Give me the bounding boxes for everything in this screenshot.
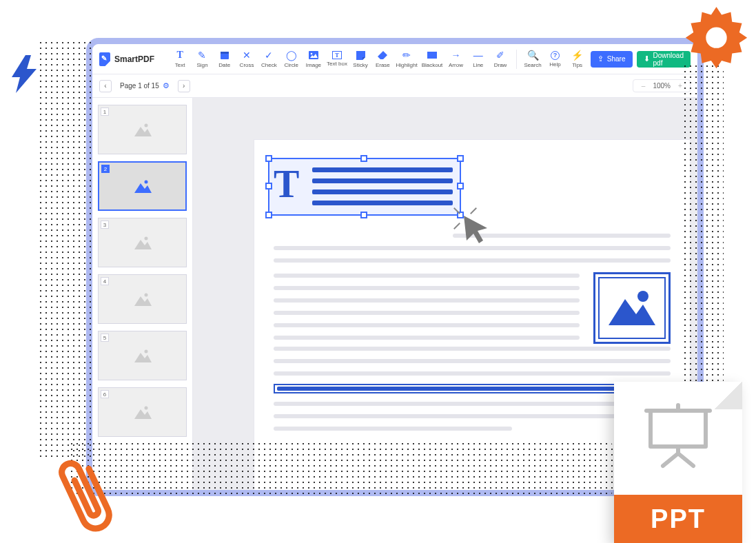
arrow-icon: → — [450, 50, 461, 61]
tool-circle[interactable]: ◯Circle — [283, 50, 300, 68]
resize-handle[interactable] — [265, 212, 272, 218]
textbox-icon: T — [332, 51, 342, 59]
brand-logo-icon — [99, 52, 110, 66]
thumbnail-3[interactable]: 3 — [98, 218, 187, 267]
calendar-icon — [219, 50, 230, 61]
tool-line[interactable]: —Line — [469, 50, 487, 68]
download-button[interactable]: ⬇Download pdf — [637, 51, 691, 68]
svg-rect-5 — [427, 52, 437, 59]
thumbnail-4[interactable]: 4 — [98, 274, 187, 324]
decorative-dots-right — [682, 63, 724, 408]
tool-highlight[interactable]: ✏Highlight — [396, 50, 417, 68]
resize-handle[interactable] — [457, 155, 464, 162]
tool-image[interactable]: Image — [305, 50, 323, 68]
tool-blackout[interactable]: Blackout — [422, 50, 443, 68]
tool-arrow[interactable]: →Arrow — [447, 50, 464, 68]
thumbnail-2[interactable]: 2 — [98, 161, 187, 211]
toolbar-separator — [516, 50, 517, 69]
ppt-file-icon: PPT — [614, 382, 742, 543]
resize-handle[interactable] — [265, 183, 272, 189]
resize-handle[interactable] — [360, 155, 367, 162]
help-icon: ? — [551, 51, 560, 60]
app-window: SmartPDF TText ✎Sign Date ✕Cross ✓Check … — [86, 38, 704, 496]
svg-marker-12 — [134, 296, 152, 306]
text-selection-box[interactable]: T — [268, 158, 461, 216]
ppt-label: PPT — [614, 495, 742, 543]
pager: ‹ Page 1 of 15 ⚙ › — [99, 80, 190, 92]
line-selection[interactable] — [274, 384, 671, 393]
tool-search[interactable]: 🔍Search — [524, 50, 542, 68]
tool-tips[interactable]: ⚡Tips — [569, 50, 586, 68]
resize-handle[interactable] — [360, 212, 367, 218]
tool-sticky[interactable]: Sticky — [351, 50, 369, 68]
svg-point-13 — [144, 294, 147, 297]
share-icon: ⇪ — [597, 54, 604, 63]
svg-marker-8 — [134, 183, 152, 193]
share-button[interactable]: ⇪Share — [591, 51, 633, 68]
svg-point-11 — [144, 237, 147, 240]
page-indicator: Page 1 of 15 — [120, 82, 159, 90]
text-icon: T — [174, 50, 185, 61]
tool-sign[interactable]: ✎Sign — [193, 50, 211, 68]
tool-cross[interactable]: ✕Cross — [238, 50, 256, 68]
svg-marker-16 — [134, 409, 152, 419]
svg-rect-20 — [651, 411, 706, 447]
svg-marker-14 — [134, 353, 152, 362]
draw-icon: ✐ — [495, 50, 506, 61]
svg-point-17 — [144, 407, 147, 410]
decorative-dots-bottom — [69, 441, 613, 496]
svg-marker-6 — [134, 127, 152, 136]
cursor-icon — [461, 214, 493, 246]
tool-date[interactable]: Date — [216, 50, 234, 68]
search-icon: 🔍 — [527, 50, 538, 61]
erase-icon — [377, 50, 388, 61]
blackout-icon — [427, 50, 438, 61]
svg-point-7 — [144, 124, 147, 127]
svg-rect-2 — [221, 52, 229, 54]
subtoolbar: ‹ Page 1 of 15 ⚙ › – 100% + — [92, 74, 697, 98]
thumbnail-6[interactable]: 6 — [98, 387, 187, 437]
sign-icon: ✎ — [196, 50, 207, 61]
svg-point-0 — [706, 27, 726, 48]
svg-line-24 — [663, 453, 678, 466]
svg-rect-3 — [309, 51, 318, 59]
svg-line-25 — [678, 453, 693, 466]
resize-handle[interactable] — [265, 155, 272, 162]
page-settings-icon[interactable]: ⚙ — [163, 81, 170, 90]
cross-icon: ✕ — [241, 50, 252, 61]
image-icon — [308, 50, 319, 61]
download-icon: ⬇ — [644, 54, 650, 63]
tool-draw[interactable]: ✐Draw — [491, 50, 509, 68]
svg-point-9 — [144, 181, 147, 184]
bolt-icon — [10, 55, 38, 93]
thumbnail-1[interactable]: 1 — [98, 105, 187, 154]
check-icon: ✓ — [263, 50, 274, 61]
page-next-button[interactable]: › — [178, 80, 190, 92]
brand-name: SmartPDF — [114, 54, 154, 64]
thumbnail-sidebar: 1 2 3 4 5 6 — [92, 98, 193, 490]
page-prev-button[interactable]: ‹ — [99, 80, 112, 92]
resize-handle[interactable] — [457, 183, 464, 189]
toolbar: SmartPDF TText ✎Sign Date ✕Cross ✓Check … — [92, 44, 697, 74]
tool-help[interactable]: ?Help — [546, 51, 564, 68]
text-icon-large: T — [274, 162, 299, 206]
presentation-board-icon — [644, 402, 713, 469]
tips-icon: ⚡ — [572, 50, 583, 61]
image-placeholder[interactable] — [593, 272, 671, 344]
svg-point-19 — [637, 291, 648, 302]
line-icon: — — [473, 50, 484, 61]
tool-erase[interactable]: Erase — [374, 50, 391, 68]
tool-check[interactable]: ✓Check — [260, 50, 278, 68]
decorative-dots-left — [38, 40, 93, 460]
tool-textbox[interactable]: TText box — [327, 51, 347, 67]
svg-marker-10 — [134, 240, 152, 249]
brand: SmartPDF — [99, 52, 154, 66]
highlight-icon: ✏ — [401, 50, 412, 61]
tool-text[interactable]: TText — [171, 50, 189, 68]
zoom-value: 100% — [653, 82, 671, 90]
svg-point-15 — [144, 350, 147, 354]
sticky-icon — [355, 50, 366, 61]
svg-marker-18 — [609, 299, 655, 325]
thumbnail-5[interactable]: 5 — [98, 331, 187, 380]
zoom-out-button[interactable]: – — [639, 82, 647, 90]
